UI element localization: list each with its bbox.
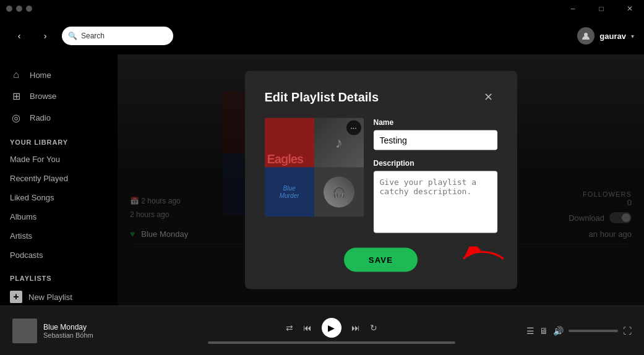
new-playlist-label: New Playlist — [28, 293, 72, 302]
more-options-icon[interactable]: ··· — [346, 121, 361, 135]
red-arrow-indicator — [460, 246, 510, 273]
sidebar-item-made-for-you[interactable]: Made For You — [0, 150, 118, 169]
title-bar: – □ ✕ — [0, 0, 644, 17]
radio-icon: ◎ — [10, 112, 22, 124]
liked-songs-label: Liked Songs — [10, 193, 54, 202]
modal-close-button[interactable]: ✕ — [480, 88, 497, 106]
sidebar-item-home[interactable]: ⌂ Home — [0, 64, 118, 85]
search-icon: 🔍 — [68, 32, 77, 40]
window-dots — [6, 6, 32, 12]
sidebar-item-label: Radio — [30, 113, 51, 122]
sidebar-item-albums[interactable]: Albums — [0, 207, 118, 226]
volume-slider[interactable] — [569, 330, 618, 332]
name-label: Name — [374, 118, 497, 127]
window-controls: – □ ✕ — [559, 0, 644, 17]
minimize-button[interactable]: – — [559, 0, 587, 17]
user-area: gaurav ▾ — [577, 27, 634, 45]
recently-played-label: Recently Played — [10, 174, 68, 183]
forward-button[interactable]: › — [36, 27, 54, 45]
artists-label: Artists — [10, 231, 32, 241]
sidebar-item-label: Home — [30, 71, 51, 80]
img-cell-4: 🎧 — [314, 168, 364, 217]
shuffle-button[interactable]: ⇄ — [286, 323, 293, 333]
img-cell-2: ♪ ··· — [314, 118, 364, 168]
player-bar: Blue Monday Sebastian Böhm ⇄ ⏮ ▶ ⏭ ↻ ☰ 🖥… — [0, 306, 644, 355]
modal-fields: Name Description — [374, 118, 497, 236]
track-name: Blue Monday — [43, 323, 93, 331]
devices-icon[interactable]: 🖥 — [539, 326, 548, 336]
sidebar-item-podcasts[interactable]: Podcasts — [0, 246, 118, 265]
chevron-down-icon: ▾ — [631, 33, 634, 40]
playlist-description-input[interactable] — [374, 171, 497, 233]
plus-icon: + — [10, 291, 22, 303]
img-cell-3: BlueMurder — [265, 168, 314, 217]
dot-2 — [16, 6, 22, 12]
made-for-you-label: Made For You — [10, 155, 60, 164]
player-buttons: ⇄ ⏮ ▶ ⏭ ↻ — [286, 318, 377, 338]
save-button[interactable]: SAVE — [344, 248, 418, 272]
track-text: Blue Monday Sebastian Böhm — [43, 323, 93, 339]
new-playlist-button[interactable]: + New Playlist — [0, 286, 118, 306]
progress-bar[interactable] — [208, 341, 455, 344]
modal-header: Edit Playlist Details ✕ — [265, 88, 497, 106]
description-label: Description — [374, 159, 497, 168]
sidebar: ⌂ Home ⊞ Browse ◎ Radio YOUR LIBRARY Mad… — [0, 54, 118, 306]
queue-icon[interactable]: ☰ — [526, 326, 535, 336]
main-content: FOLLOWERS 0 Download 📅 2 hours ago 2 hou… — [118, 54, 644, 306]
sidebar-item-browse[interactable]: ⊞ Browse — [0, 85, 118, 107]
edit-playlist-modal: Edit Playlist Details ✕ Eagles ♪ ··· — [245, 71, 517, 289]
albums-label: Albums — [10, 212, 36, 221]
playlist-name-input[interactable] — [374, 130, 497, 150]
sidebar-item-artists[interactable]: Artists — [0, 226, 118, 246]
modal-body: Eagles ♪ ··· BlueMurder 🎧 — [265, 118, 497, 236]
maximize-button[interactable]: □ — [587, 0, 616, 17]
fullscreen-icon[interactable]: ⛶ — [623, 326, 632, 336]
playlist-image-area[interactable]: Eagles ♪ ··· BlueMurder 🎧 — [265, 118, 364, 236]
your-library-label: YOUR LIBRARY — [0, 129, 118, 150]
modal-footer: SAVE — [265, 248, 497, 272]
podcasts-label: Podcasts — [10, 250, 43, 260]
search-text: Search — [81, 32, 105, 40]
back-button[interactable]: ‹ — [10, 27, 28, 45]
now-playing: Blue Monday Sebastian Böhm — [12, 319, 136, 343]
player-controls: ⇄ ⏮ ▶ ⏭ ↻ — [142, 318, 520, 344]
sidebar-item-label: Browse — [30, 92, 56, 101]
modal-title: Edit Playlist Details — [265, 90, 379, 104]
avatar — [577, 27, 595, 45]
next-button[interactable]: ⏭ — [351, 323, 360, 333]
home-icon: ⌂ — [10, 69, 22, 80]
repeat-button[interactable]: ↻ — [370, 323, 377, 333]
top-bar: ‹ › 🔍 Search gaurav ▾ — [0, 17, 644, 54]
sidebar-item-liked-songs[interactable]: Liked Songs — [0, 188, 118, 207]
play-pause-button[interactable]: ▶ — [322, 318, 341, 338]
track-artist: Sebastian Böhm — [43, 331, 93, 339]
dot-1 — [6, 6, 12, 12]
dot-3 — [26, 6, 32, 12]
previous-button[interactable]: ⏮ — [303, 323, 312, 333]
volume-area: ☰ 🖥 🔊 ⛶ — [526, 326, 632, 336]
track-thumbnail — [12, 319, 37, 343]
search-bar[interactable]: 🔍 Search — [62, 27, 173, 45]
content-area: ⌂ Home ⊞ Browse ◎ Radio YOUR LIBRARY Mad… — [0, 54, 644, 306]
sidebar-item-radio[interactable]: ◎ Radio — [0, 107, 118, 129]
img-cell-1: Eagles — [265, 118, 314, 168]
browse-icon: ⊞ — [10, 90, 22, 102]
playlist-image: Eagles ♪ ··· BlueMurder 🎧 — [265, 118, 364, 217]
close-button[interactable]: ✕ — [616, 0, 644, 17]
username: gaurav — [599, 32, 626, 41]
playlists-label: PLAYLISTS — [0, 265, 118, 286]
volume-icon[interactable]: 🔊 — [553, 326, 564, 336]
app-container: ‹ › 🔍 Search gaurav ▾ ⌂ Home ⊞ — [0, 17, 644, 355]
sidebar-item-recently-played[interactable]: Recently Played — [0, 169, 118, 188]
